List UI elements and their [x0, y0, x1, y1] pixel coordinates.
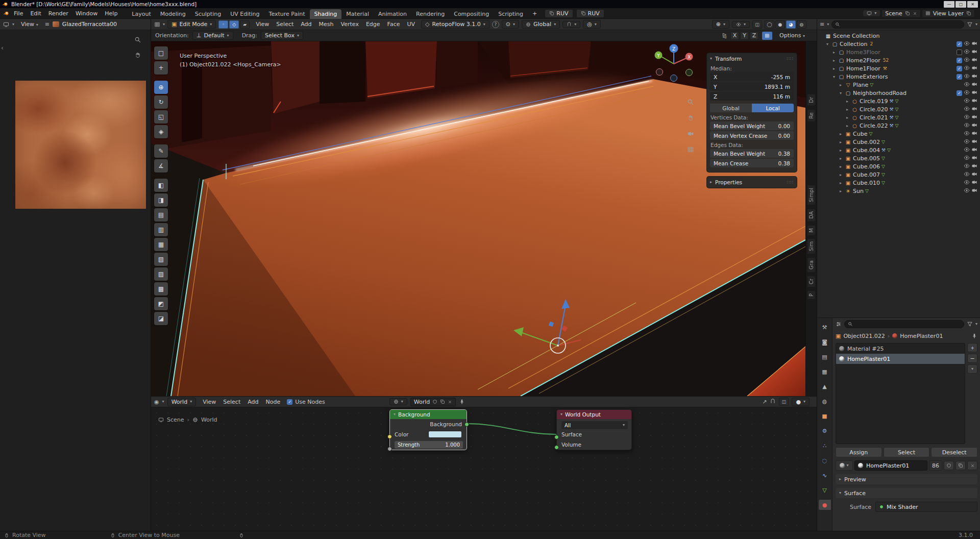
- editor-type-icon[interactable]: [836, 321, 842, 327]
- view-menu[interactable]: View ▾: [17, 20, 42, 29]
- disable-in-renders-toggle[interactable]: [971, 97, 977, 105]
- drag-value-dropdown[interactable]: Select Box▾: [261, 31, 303, 40]
- disable-in-renders-toggle[interactable]: [971, 122, 977, 130]
- hide-in-viewport-toggle[interactable]: [964, 138, 970, 146]
- collapse-chevron-icon[interactable]: ▾: [710, 57, 712, 61]
- editor-type-icon[interactable]: [154, 21, 160, 28]
- exclude-checkbox[interactable]: ✓: [957, 58, 962, 63]
- editor-type-icon[interactable]: ◉: [154, 399, 159, 405]
- preview-panel-header[interactable]: ▸Preview: [836, 474, 977, 484]
- expand-arrow[interactable]: ▸: [831, 66, 837, 71]
- item-label[interactable]: Scene Collection: [833, 33, 879, 39]
- fake-user-shield-icon[interactable]: [432, 399, 437, 404]
- menu-item[interactable]: Add: [244, 398, 262, 406]
- hide-in-viewport-toggle[interactable]: [964, 155, 970, 162]
- users-count-button[interactable]: 86: [929, 460, 942, 471]
- outliner-row[interactable]: ▾ ▢ Collection 2 ✓: [817, 40, 980, 48]
- strength-input-socket[interactable]: [387, 447, 392, 451]
- select-mode-button[interactable]: ◇: [229, 20, 239, 29]
- menu-item[interactable]: Render: [45, 9, 72, 18]
- properties-search[interactable]: [844, 320, 964, 328]
- zoom-icon[interactable]: [134, 36, 141, 43]
- menu-item[interactable]: Select: [219, 398, 244, 406]
- outliner-row[interactable]: ▸ ○ Circle.020 ⚒ ▽: [817, 105, 980, 113]
- item-label[interactable]: Sun: [853, 188, 864, 194]
- item-label[interactable]: NeighborhoodRoad: [853, 90, 906, 96]
- surface-shader-dropdown[interactable]: Mix Shader: [875, 502, 977, 512]
- value-slider[interactable]: Mean Bevel Weight 0.00: [710, 121, 794, 130]
- menu-item[interactable]: Window: [72, 9, 101, 18]
- tool-button[interactable]: ▨: [154, 267, 168, 281]
- action-button[interactable]: Select: [884, 447, 930, 457]
- item-label[interactable]: Circle.019: [860, 98, 888, 105]
- disable-in-renders-toggle[interactable]: [971, 48, 977, 56]
- snap-active-toggle[interactable]: [762, 32, 772, 40]
- properties-tab[interactable]: ◌: [819, 455, 831, 465]
- properties-tab[interactable]: ∿: [819, 470, 831, 480]
- search-input[interactable]: [842, 21, 961, 27]
- workspace-tab[interactable]: UV Editing: [226, 9, 264, 19]
- mode-dropdown[interactable]: ▣Edit Mode▾: [167, 20, 216, 29]
- expand-arrow[interactable]: ▸: [831, 58, 837, 63]
- tool-button[interactable]: ▧: [154, 253, 168, 266]
- app-menu-icon[interactable]: [3, 10, 9, 16]
- item-label[interactable]: Cube.002: [853, 139, 880, 145]
- exclude-checkbox[interactable]: ✓: [957, 74, 962, 80]
- node-canvas[interactable]: Scene › World ▾ Background Background: [151, 407, 817, 531]
- hide-in-viewport-toggle[interactable]: [964, 171, 970, 179]
- tool-button[interactable]: ▩: [154, 282, 168, 296]
- properties-tab[interactable]: ⚙: [819, 426, 831, 436]
- pan-hand-icon[interactable]: [134, 52, 141, 59]
- overlay-toggle[interactable]: ◫: [779, 398, 789, 406]
- disable-in-renders-toggle[interactable]: [971, 130, 977, 138]
- material-slot[interactable]: HomePlaster01: [836, 354, 965, 364]
- disable-in-renders-toggle[interactable]: [971, 57, 977, 64]
- surface-input-socket[interactable]: [554, 435, 559, 439]
- item-label[interactable]: Cube.010: [853, 180, 880, 186]
- axis-toggle[interactable]: Y: [740, 32, 749, 40]
- sidebar-tab[interactable]: Dr: [807, 94, 815, 106]
- properties-tab[interactable]: ◍: [819, 396, 831, 406]
- disable-in-renders-toggle[interactable]: [971, 40, 977, 48]
- expand-arrow[interactable]: ▸: [838, 189, 843, 193]
- tool-button[interactable]: ◱: [154, 110, 168, 124]
- outliner-row[interactable]: ▸ ▢ Home3Floor: [817, 48, 980, 56]
- sidebar-tab[interactable]: M: [807, 226, 815, 235]
- workspace-tab[interactable]: Shading: [310, 9, 342, 19]
- pin-icon[interactable]: [459, 399, 465, 405]
- drag-handle-icon[interactable]: ∷∷: [787, 180, 794, 185]
- zoom-icon[interactable]: [687, 99, 694, 106]
- disable-in-renders-toggle[interactable]: [971, 163, 977, 170]
- expand-arrow[interactable]: ▸: [838, 173, 843, 177]
- expand-arrow[interactable]: ▾: [831, 75, 837, 79]
- outliner-row[interactable]: ▸ ▣ Cube.005 ▽: [817, 154, 980, 162]
- item-label[interactable]: Cube.005: [853, 155, 880, 162]
- properties-tab[interactable]: ▽: [819, 485, 831, 495]
- 3d-viewport[interactable]: Z Y X User Perspective (1) Object021.022…: [151, 41, 817, 396]
- volume-input-socket[interactable]: [554, 445, 559, 450]
- target-dropdown[interactable]: All ▾: [561, 421, 628, 429]
- xray-toggle[interactable]: ◫: [752, 20, 762, 29]
- item-label[interactable]: Circle.020: [860, 106, 888, 113]
- disable-in-renders-toggle[interactable]: [971, 81, 977, 89]
- sidebar-tab[interactable]: Re: [807, 110, 815, 121]
- outliner-row[interactable]: ▸ ▢ Home1Floor ⚒ ✓: [817, 64, 980, 72]
- orientation-value-dropdown[interactable]: ⊥Default▾: [192, 31, 233, 40]
- tool-button[interactable]: ✎: [154, 144, 168, 158]
- axis-value-field[interactable]: X -255 m: [710, 72, 794, 81]
- sidebar-tab[interactable]: Gra: [807, 258, 815, 272]
- item-label[interactable]: Circle.022: [860, 122, 888, 129]
- item-label[interactable]: Plane: [853, 82, 868, 88]
- help-icon[interactable]: ?: [492, 21, 499, 28]
- orientation-dropdown[interactable]: Global▾: [522, 20, 560, 29]
- minimize-button[interactable]: —: [944, 1, 954, 8]
- expand-arrow[interactable]: ▸: [838, 140, 843, 144]
- properties-tab[interactable]: ▦: [819, 366, 831, 377]
- outliner-search[interactable]: [831, 20, 964, 29]
- item-label[interactable]: Home1Floor: [846, 65, 880, 72]
- options-dropdown[interactable]: Options ▾: [776, 31, 808, 40]
- hide-in-viewport-toggle[interactable]: [964, 81, 970, 89]
- pin-icon[interactable]: [971, 333, 977, 339]
- tool-button[interactable]: ◪: [154, 312, 168, 325]
- disable-in-renders-toggle[interactable]: [971, 187, 977, 195]
